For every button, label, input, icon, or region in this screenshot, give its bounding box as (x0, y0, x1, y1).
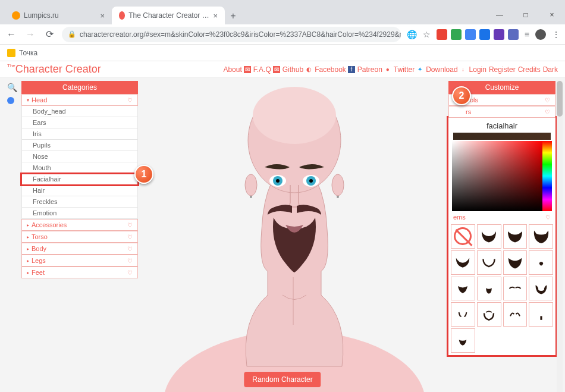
category-item-nose[interactable]: Nose (21, 151, 138, 162)
extension-icon[interactable] (508, 29, 519, 40)
tab-lumpics[interactable]: Lumpics.ru × (5, 7, 112, 24)
nav-twitter[interactable]: Twitter✦ (394, 65, 423, 74)
category-item-iris[interactable]: Iris (21, 128, 138, 140)
item-beard-10[interactable] (529, 277, 553, 301)
category-head[interactable]: ▾Head♡ (21, 94, 138, 106)
saturation-value-picker[interactable] (452, 141, 542, 211)
nav-about[interactable]: About✉ (223, 65, 250, 74)
close-icon[interactable]: × (213, 11, 218, 20)
item-beard-5[interactable] (477, 250, 501, 275)
category-item-freckles[interactable]: Freckles (21, 196, 138, 208)
category-item-ears[interactable]: Ears (21, 117, 138, 128)
filter-icon[interactable] (7, 97, 14, 104)
items-row[interactable]: ems♡ (451, 212, 553, 222)
category-accessories[interactable]: ▸Accessories♡ (21, 219, 138, 231)
category-item-mouth[interactable]: Mouth (21, 162, 138, 174)
extension-icon[interactable] (479, 29, 490, 40)
svg-point-12 (309, 179, 313, 183)
translate-icon[interactable]: 🌐 (407, 30, 417, 39)
item-beard-1[interactable] (477, 224, 501, 249)
category-item-facialhair[interactable]: Facialhair (21, 174, 138, 185)
hue-slider[interactable] (542, 141, 552, 211)
menu-icon[interactable]: ≡ (525, 30, 529, 39)
facialhair-label: facialhair (451, 120, 553, 131)
nav-credits[interactable]: Credits (518, 65, 541, 74)
item-mustache-2[interactable] (451, 302, 475, 327)
svg-point-5 (250, 196, 252, 198)
color-picker-panel: facialhair ems♡ (448, 118, 555, 355)
category-feet[interactable]: ▸Feet♡ (21, 266, 138, 278)
extension-icon[interactable] (465, 29, 476, 40)
bookmarks-bar: Точка (0, 45, 565, 61)
annotation-callout-2: 2 (452, 86, 471, 105)
app-header: TheCharacter Creator About✉ F.A.Q✉ Githu… (0, 61, 565, 78)
category-item-emotion[interactable]: Emotion (21, 208, 138, 219)
lock-icon: 🔒 (68, 30, 76, 38)
close-icon[interactable]: × (100, 11, 105, 20)
item-beard-3[interactable] (529, 224, 553, 249)
scrollbar-thumb[interactable] (557, 81, 563, 117)
bookmark-icon (7, 49, 15, 57)
nav-patreon[interactable]: Patreon● (357, 65, 391, 74)
favicon (12, 11, 20, 20)
browser-tabs: Lumpics.ru × The Character Creator - Bui… (0, 5, 565, 24)
item-beard-2[interactable] (503, 224, 528, 249)
category-item-bodyhead[interactable]: Body_head (21, 106, 138, 117)
app-logo[interactable]: TheCharacter Creator (7, 63, 101, 76)
item-beard-7[interactable] (529, 250, 553, 275)
window-minimize[interactable]: — (486, 5, 513, 24)
svg-point-4 (332, 174, 344, 196)
facialhair-items-grid (451, 224, 553, 353)
window-maximize[interactable]: □ (513, 5, 539, 24)
back-button[interactable]: ← (5, 28, 18, 41)
window-close[interactable]: × (539, 5, 565, 24)
category-legs[interactable]: ▸Legs♡ (21, 255, 138, 266)
item-beard-6[interactable] (503, 250, 528, 275)
item-mustache-1[interactable] (503, 277, 528, 301)
svg-point-3 (245, 174, 257, 196)
extension-icon[interactable] (494, 29, 504, 40)
new-tab-button[interactable]: + (225, 8, 241, 24)
item-none[interactable] (451, 224, 475, 249)
search-icon[interactable]: 🔍 (7, 83, 20, 92)
bookmark-item[interactable]: Точка (19, 49, 37, 57)
random-character-button[interactable]: Random Character (244, 372, 321, 387)
nav-facebook[interactable]: Facebookf (315, 65, 355, 74)
favicon (119, 11, 125, 20)
item-beard-13[interactable] (451, 328, 475, 353)
category-item-pupils[interactable]: Pupils (21, 140, 138, 151)
star-icon[interactable]: ☆ (423, 30, 431, 39)
avatar[interactable] (535, 29, 546, 40)
nav-login[interactable]: Login (469, 65, 486, 74)
nav-dark[interactable]: Dark (543, 65, 558, 74)
item-mustache-3[interactable] (503, 302, 528, 327)
category-item-hair[interactable]: Hair (21, 185, 138, 196)
item-beard-4[interactable] (451, 250, 475, 275)
address-bar[interactable]: 🔒 charactercreator.org/#sex=m&skinColor=… (62, 27, 401, 42)
category-body[interactable]: ▸Body♡ (21, 243, 138, 255)
item-beard-8[interactable] (451, 277, 475, 301)
tab-title: The Character Creator - Build vis... (128, 11, 209, 20)
kebab-icon[interactable]: ⋮ (552, 30, 560, 39)
nav-register[interactable]: Register (489, 65, 516, 74)
reload-button[interactable]: ⟳ (43, 28, 56, 41)
svg-point-11 (276, 179, 280, 183)
nav-faq[interactable]: F.A.Q✉ (253, 65, 280, 74)
scrollbar-track (557, 81, 563, 392)
current-color-swatch[interactable] (453, 133, 551, 140)
item-beard-12[interactable] (529, 302, 553, 327)
forward-button[interactable]: → (24, 28, 37, 41)
category-torso[interactable]: ▸Torso♡ (21, 231, 138, 243)
layers-row[interactable]: rs♡ (448, 106, 555, 118)
item-beard-9[interactable] (477, 277, 501, 301)
categories-title: Categories (21, 81, 138, 94)
character-canvas (143, 81, 446, 392)
nav-download[interactable]: Download↓ (426, 65, 466, 74)
item-beard-11[interactable] (477, 302, 501, 327)
character-svg (164, 81, 425, 392)
extension-icon[interactable] (437, 29, 447, 40)
tab-charactercreator[interactable]: The Character Creator - Build vis... × (112, 7, 225, 24)
svg-point-6 (337, 196, 339, 198)
extension-icon[interactable] (451, 29, 462, 40)
nav-github[interactable]: Github◐ (282, 65, 312, 74)
